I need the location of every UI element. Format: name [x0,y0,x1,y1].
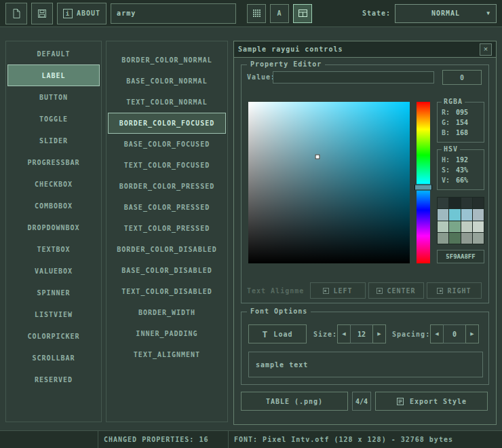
palette-swatch[interactable] [438,233,448,244]
close-button[interactable]: × [480,43,492,56]
controls-list-item[interactable]: PROGRESSBAR [7,151,100,173]
controls-list-item[interactable]: TEXTBOX [7,238,100,260]
controls-list-item[interactable]: BUTTON [7,86,100,108]
style-table-view-button[interactable] [293,4,312,23]
property-list-item[interactable]: TEXT_COLOR_NORMAL [108,92,226,113]
style-table-icon [298,9,308,18]
palette-swatch[interactable] [449,221,460,232]
property-list-item-selected[interactable]: BORDER_COLOR_FOCUSED [108,113,226,134]
palette-swatch[interactable] [461,209,472,220]
controls-list-item[interactable]: TOGGLE [7,108,100,130]
property-list-item[interactable]: BASE_COLOR_FOCUSED [108,134,226,155]
align-right-button[interactable]: RIGHT [427,282,482,299]
state-dropdown[interactable]: NORMAL ▼ [395,4,497,23]
controls-list-item[interactable]: COLORPICKER [7,325,100,347]
main-area: DEFAULT LABEL BUTTON TOGGLE SLIDER PROGR… [0,27,502,430]
page-indicator[interactable]: 4/4 [352,392,371,411]
property-list-item[interactable]: BASE_COLOR_DISABLED [108,260,226,281]
spacing-decrement-button[interactable]: ◀ [430,324,444,343]
b-label: B: [442,129,450,136]
controls-list-item[interactable]: SCROLLBAR [7,347,100,369]
align-left-label: LEFT [333,287,352,295]
hue-slider[interactable] [414,185,432,191]
new-file-button[interactable] [5,3,27,24]
rgba-row: B: 168 [438,128,484,138]
s-label: S: [442,166,450,174]
hex-value-box[interactable]: 5F9AA8FF [437,250,484,263]
palette-swatch[interactable] [438,221,448,232]
controls-list-item[interactable]: SLIDER [7,130,100,151]
hsv-row: V: 66% [438,175,484,185]
palette-swatch[interactable] [438,209,448,220]
property-list-item[interactable]: BASE_COLOR_NORMAL [108,71,226,92]
grid-view-button[interactable] [247,4,266,23]
controls-list-item[interactable]: DROPDOWNBOX [7,217,100,238]
hsv-group: HSV H: 192 S: 43% V: 66% [437,149,484,190]
controls-list-item[interactable]: DEFAULT [7,43,100,64]
palette-swatch[interactable] [438,198,448,208]
export-table-button[interactable]: TABLE (.png) [241,392,348,411]
size-value-box[interactable]: 12 [350,324,373,343]
arrow-right-icon: ▶ [377,331,381,337]
export-style-button[interactable]: Export Style [375,392,488,411]
controls-list-item[interactable]: SPINNER [7,282,100,303]
size-decrement-button[interactable]: ◀ [337,324,351,343]
property-list-item[interactable]: BORDER_WIDTH [108,302,226,323]
property-list-item[interactable]: INNER_PADDING [108,323,226,344]
chevron-down-icon: ▼ [486,10,490,16]
controls-list-item[interactable]: CHECKBOX [7,173,100,195]
controls-list-item-selected[interactable]: LABEL [7,64,100,86]
palette-swatch[interactable] [473,221,484,232]
controls-listview: DEFAULT LABEL BUTTON TOGGLE SLIDER PROGR… [5,41,102,422]
palette-swatch[interactable] [473,209,484,220]
palette-swatch[interactable] [449,233,460,244]
status-font-info: FONT: Pixel Intv.otf (128 x 128) - 32768… [229,431,502,448]
palette-swatch[interactable] [449,198,460,208]
controls-list-item[interactable]: COMBOBOX [7,195,100,217]
value-button[interactable]: 0 [442,70,482,85]
controls-list-item[interactable]: RESERVED [7,369,100,390]
style-name-input[interactable] [111,3,236,24]
toolbar: i ABOUT A State: NORMAL ▼ [0,0,502,27]
save-file-button[interactable] [31,3,53,24]
load-font-button[interactable]: T Load [248,324,307,343]
property-list-item[interactable]: TEXT_COLOR_PRESSED [108,218,226,239]
hsv-group-label: HSV [442,145,460,153]
spacing-increment-button[interactable]: ▶ [465,324,479,343]
property-list-item[interactable]: TEXT_COLOR_FOCUSED [108,155,226,176]
value-input[interactable] [273,71,434,83]
property-list-item[interactable]: TEXT_COLOR_DISABLED [108,281,226,302]
sv-cursor[interactable] [315,154,320,159]
sv-panel[interactable] [248,102,410,263]
v-label: V: [442,176,450,184]
property-list-item[interactable]: BORDER_COLOR_PRESSED [108,176,226,197]
palette-swatch[interactable] [461,233,472,244]
align-center-button[interactable]: CENTER [368,282,424,299]
property-list-item[interactable]: BASE_COLOR_PRESSED [108,197,226,218]
property-list-item[interactable]: BORDER_COLOR_NORMAL [108,50,226,71]
palette-swatch[interactable] [473,233,484,244]
window-titlebar[interactable]: Sample raygui controls × [234,41,496,58]
r-label: R: [442,109,450,116]
hex-value: 5F9AA8FF [446,253,475,260]
controls-list-item[interactable]: VALUEBOX [7,260,100,282]
hue-bar[interactable] [417,102,430,263]
g-label: G: [442,119,450,126]
align-left-button[interactable]: LEFT [310,282,366,299]
palette-swatch[interactable] [449,209,460,220]
hsv-row: H: 192 [438,155,484,165]
property-list-item[interactable]: BORDER_COLOR_DISABLED [108,239,226,260]
palette-swatch[interactable] [473,198,484,208]
palette-swatch[interactable] [461,221,472,232]
export-table-label: TABLE (.png) [266,398,323,405]
property-editor-group-label: Property Editor [247,60,325,68]
sample-text-box[interactable]: sample text [248,352,483,377]
property-list-item[interactable]: TEXT_ALIGNMENT [108,344,226,365]
palette-swatch[interactable] [461,198,472,208]
value-label: Value: [247,73,275,81]
spacing-value-box[interactable]: 0 [443,324,466,343]
controls-list-item[interactable]: LISTVIEW [7,303,100,325]
font-view-button[interactable]: A [270,4,289,23]
about-button[interactable]: i ABOUT [57,3,107,24]
size-increment-button[interactable]: ▶ [372,324,386,343]
